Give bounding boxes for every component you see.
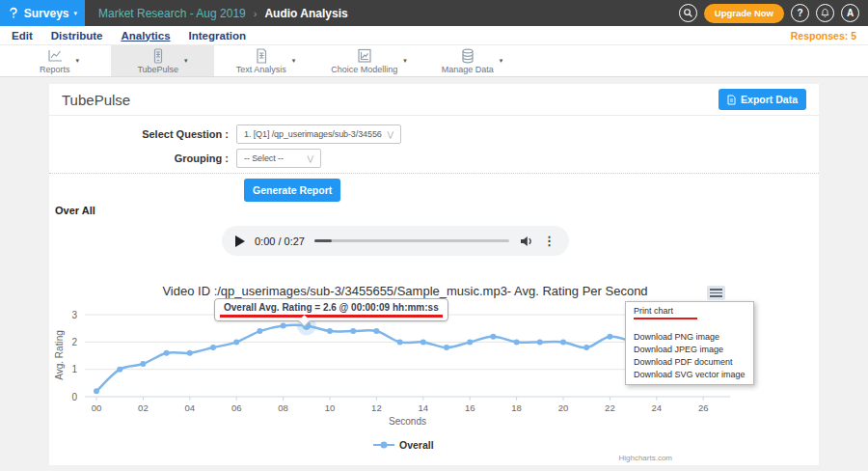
- menu-item-download-jpeg[interactable]: Download JPEG image: [626, 343, 753, 355]
- reports-chart-icon: [45, 48, 65, 64]
- generate-report-button[interactable]: Generate Report: [244, 179, 340, 202]
- toolbar-item-label: Text Analysis: [236, 65, 286, 74]
- playback-time: 0:00 / 0:27: [255, 236, 305, 247]
- legend-label: Overall: [399, 439, 434, 451]
- chevron-down-icon[interactable]: ▾: [292, 57, 296, 65]
- toolbar-item-tubepulse[interactable]: TubePulse ▾: [111, 45, 214, 76]
- annotation-underline: [220, 315, 443, 318]
- panel-header: TubePulse Export Data: [49, 84, 819, 116]
- svg-text:12: 12: [371, 402, 382, 413]
- chart-context-menu-button[interactable]: [707, 286, 725, 300]
- highcharts-credit-link[interactable]: Highcharts.com: [618, 454, 672, 462]
- chart-tooltip-text: Overall Avg. Rating = 2.6 @ 00:00:09 hh:…: [224, 302, 439, 313]
- panel-title: TubePulse: [62, 92, 130, 108]
- toolbar-item-manage-data[interactable]: Manage Data ▾: [420, 45, 524, 76]
- choice-modelling-icon: [355, 48, 374, 64]
- chevron-down-icon[interactable]: ▾: [500, 57, 503, 65]
- account-avatar[interactable]: A: [841, 4, 859, 22]
- export-data-label: Export Data: [741, 94, 798, 105]
- svg-text:3: 3: [71, 310, 77, 320]
- export-data-button[interactable]: Export Data: [719, 89, 806, 110]
- hamburger-icon: [710, 289, 722, 291]
- player-menu-icon[interactable]: ⋮: [543, 235, 556, 247]
- svg-text:04: 04: [185, 402, 196, 413]
- grouping-dropdown[interactable]: -- Select -- ⋁: [236, 149, 321, 168]
- nav-tab-edit[interactable]: Edit: [12, 30, 33, 42]
- breadcrumb: Market Research - Aug 2019 › Audio Analy…: [98, 7, 348, 20]
- surveys-product-switcher[interactable]: Surveys ▾: [0, 0, 85, 26]
- responses-count-link[interactable]: Responses: 5: [791, 30, 856, 42]
- svg-text:24: 24: [652, 402, 663, 413]
- toolbar-item-label: Reports: [40, 65, 70, 74]
- toolbar-item-choice-modelling[interactable]: Choice Modelling ▾: [317, 45, 420, 76]
- rating-chart: Video ID :/qp_userimages/sub-3/3455655/S…: [49, 279, 819, 465]
- toolbar-item-reports[interactable]: Reports ▾: [8, 45, 111, 76]
- breadcrumb-survey-link[interactable]: Market Research - Aug 2019: [98, 7, 246, 20]
- svg-text:08: 08: [278, 402, 288, 413]
- help-button[interactable]: ?: [791, 4, 809, 22]
- breadcrumb-current-page: Audio Analysis: [264, 7, 347, 20]
- chevron-down-icon: ▾: [73, 10, 77, 17]
- menu-item-print-chart[interactable]: Print chart: [626, 302, 753, 316]
- svg-text:20: 20: [558, 402, 569, 413]
- grouping-label: Grouping :: [49, 152, 236, 164]
- play-icon[interactable]: [235, 236, 245, 247]
- toolbar-item-label: Manage Data: [442, 65, 494, 74]
- workspace: TubePulse Export Data Select Question : …: [0, 77, 868, 470]
- chevron-down-icon: ⋁: [388, 130, 393, 139]
- svg-text:0: 0: [71, 392, 77, 402]
- chevron-down-icon[interactable]: ▾: [184, 57, 188, 65]
- nav-tab-integration[interactable]: Integration: [189, 30, 246, 42]
- select-question-dropdown[interactable]: 1. [Q1] /qp_userimages/sub-3/3455655/S..…: [236, 125, 401, 144]
- breadcrumb-separator: ›: [254, 8, 258, 19]
- select-question-value: 1. [Q1] /qp_userimages/sub-3/3455655/S..…: [244, 129, 382, 139]
- overall-section-label: Over All: [55, 205, 819, 216]
- dotted-divider: [49, 173, 819, 174]
- chart-context-menu: Print chart Download PNG image Download …: [625, 301, 754, 385]
- survey-nav: Edit Distribute Analytics Integration Re…: [0, 26, 868, 45]
- upgrade-now-button[interactable]: Upgrade Now: [704, 4, 784, 23]
- manage-data-icon: [458, 48, 477, 64]
- grouping-row: Grouping : -- Select -- ⋁: [49, 149, 819, 168]
- audio-player[interactable]: 0:00 / 0:27 ⋮: [222, 226, 569, 256]
- nav-tab-analytics[interactable]: Analytics: [121, 30, 170, 42]
- bell-icon: [820, 8, 830, 18]
- legend-item-overall[interactable]: Overall: [373, 439, 434, 451]
- search-icon: [683, 8, 693, 18]
- chart-tooltip: Overall Avg. Rating = 2.6 @ 00:00:09 hh:…: [214, 298, 448, 321]
- questionpro-logo: [8, 6, 19, 20]
- tubepulse-panel: TubePulse Export Data Select Question : …: [49, 84, 819, 465]
- notifications-button[interactable]: [816, 4, 834, 22]
- menu-item-download-png[interactable]: Download PNG image: [626, 330, 753, 343]
- menu-item-download-pdf[interactable]: Download PDF document: [626, 355, 753, 368]
- svg-text:16: 16: [465, 402, 475, 413]
- volume-icon[interactable]: [519, 235, 533, 248]
- chevron-down-icon[interactable]: ▾: [76, 57, 80, 65]
- svg-text:18: 18: [511, 402, 522, 413]
- svg-text:00: 00: [92, 402, 102, 413]
- toolbar-item-label: TubePulse: [137, 65, 178, 74]
- product-name: Surveys: [24, 7, 69, 20]
- svg-text:Seconds: Seconds: [389, 416, 426, 427]
- svg-text:06: 06: [231, 402, 242, 413]
- svg-text:Avg. Rating: Avg. Rating: [54, 330, 65, 380]
- svg-text:22: 22: [605, 402, 615, 413]
- svg-text:02: 02: [138, 402, 149, 413]
- svg-text:1: 1: [71, 364, 77, 374]
- tubepulse-icon: [149, 48, 168, 64]
- menu-item-download-svg[interactable]: Download SVG vector image: [626, 368, 753, 380]
- chevron-down-icon[interactable]: ▾: [403, 57, 407, 65]
- question-mark-icon: ?: [797, 8, 802, 18]
- seek-bar[interactable]: [314, 239, 509, 242]
- nav-tab-distribute[interactable]: Distribute: [51, 30, 103, 42]
- select-question-label: Select Question :: [49, 128, 236, 140]
- report-form: Select Question : 1. [Q1] /qp_userimages…: [49, 116, 819, 168]
- seek-bar-progress: [314, 239, 332, 242]
- top-header: Surveys ▾ Market Research - Aug 2019 › A…: [0, 0, 868, 26]
- grouping-value: -- Select --: [244, 153, 302, 163]
- search-button[interactable]: [679, 4, 697, 22]
- toolbar-item-text-analysis[interactable]: Text Analysis ▾: [214, 45, 317, 76]
- avatar-initial: A: [847, 8, 854, 18]
- select-question-row: Select Question : 1. [Q1] /qp_userimages…: [49, 125, 819, 144]
- svg-text:2: 2: [71, 337, 77, 347]
